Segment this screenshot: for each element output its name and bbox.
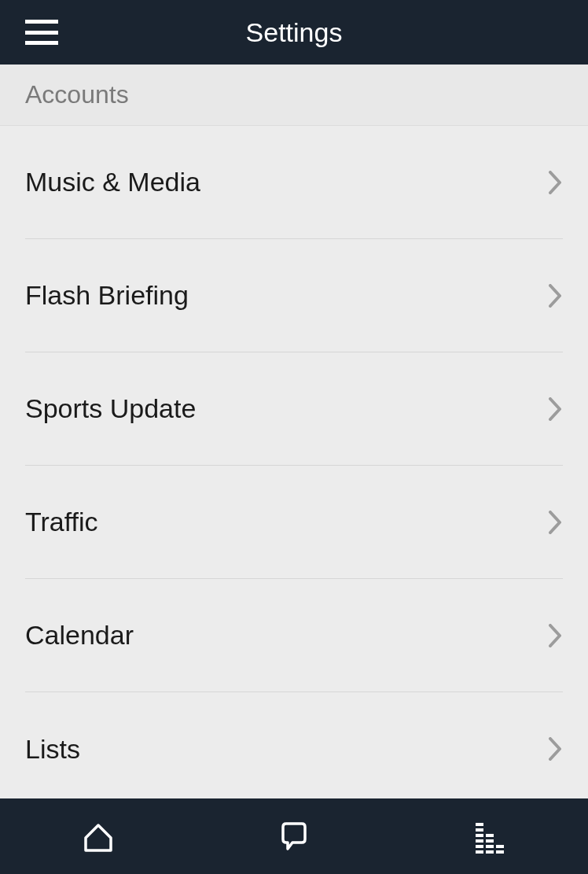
equalizer-icon[interactable] (471, 817, 509, 855)
header: Settings (0, 0, 588, 65)
chevron-right-icon (549, 397, 563, 421)
chevron-right-icon (549, 284, 563, 308)
list-item-sports-update[interactable]: Sports Update (25, 352, 563, 466)
hamburger-menu-icon[interactable] (25, 20, 58, 45)
list-item-label: Lists (25, 734, 80, 765)
list-item-label: Music & Media (25, 167, 200, 197)
chat-icon[interactable] (275, 817, 313, 855)
list-item-flash-briefing[interactable]: Flash Briefing (25, 239, 563, 352)
list-item-traffic[interactable]: Traffic (25, 466, 563, 579)
list-item-label: Calendar (25, 620, 134, 651)
chevron-right-icon (549, 624, 563, 647)
home-icon[interactable] (79, 817, 117, 855)
list-item-label: Traffic (25, 507, 98, 537)
page-title: Settings (246, 17, 343, 48)
chevron-right-icon (549, 737, 563, 761)
chevron-right-icon (549, 171, 563, 194)
settings-list: Music & Media Flash Briefing Sports Upda… (0, 126, 588, 798)
list-item-lists[interactable]: Lists (25, 692, 563, 798)
list-item-music-media[interactable]: Music & Media (25, 126, 563, 239)
list-item-label: Sports Update (25, 393, 196, 424)
list-item-calendar[interactable]: Calendar (25, 579, 563, 692)
list-item-label: Flash Briefing (25, 280, 189, 311)
section-header-accounts: Accounts (0, 65, 588, 126)
bottom-nav (0, 798, 588, 874)
chevron-right-icon (549, 511, 563, 534)
